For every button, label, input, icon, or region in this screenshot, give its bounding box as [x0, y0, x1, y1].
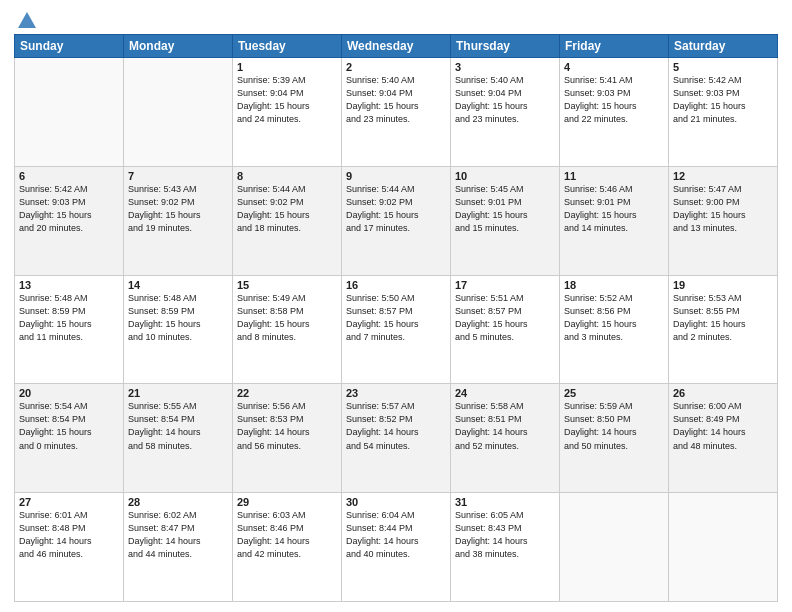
calendar-cell: 15Sunrise: 5:49 AM Sunset: 8:58 PM Dayli…	[233, 275, 342, 384]
day-number: 22	[237, 387, 337, 399]
day-info: Sunrise: 6:01 AM Sunset: 8:48 PM Dayligh…	[19, 509, 119, 561]
calendar-cell	[124, 58, 233, 167]
day-number: 10	[455, 170, 555, 182]
day-info: Sunrise: 5:58 AM Sunset: 8:51 PM Dayligh…	[455, 400, 555, 452]
day-info: Sunrise: 5:40 AM Sunset: 9:04 PM Dayligh…	[455, 74, 555, 126]
day-info: Sunrise: 5:49 AM Sunset: 8:58 PM Dayligh…	[237, 292, 337, 344]
calendar-week-row: 13Sunrise: 5:48 AM Sunset: 8:59 PM Dayli…	[15, 275, 778, 384]
weekday-header: Tuesday	[233, 35, 342, 58]
calendar-body: 1Sunrise: 5:39 AM Sunset: 9:04 PM Daylig…	[15, 58, 778, 602]
day-number: 20	[19, 387, 119, 399]
day-number: 17	[455, 279, 555, 291]
calendar-cell: 3Sunrise: 5:40 AM Sunset: 9:04 PM Daylig…	[451, 58, 560, 167]
calendar-week-row: 27Sunrise: 6:01 AM Sunset: 8:48 PM Dayli…	[15, 493, 778, 602]
day-number: 4	[564, 61, 664, 73]
calendar-cell: 2Sunrise: 5:40 AM Sunset: 9:04 PM Daylig…	[342, 58, 451, 167]
calendar-week-row: 1Sunrise: 5:39 AM Sunset: 9:04 PM Daylig…	[15, 58, 778, 167]
day-info: Sunrise: 6:05 AM Sunset: 8:43 PM Dayligh…	[455, 509, 555, 561]
day-info: Sunrise: 5:44 AM Sunset: 9:02 PM Dayligh…	[346, 183, 446, 235]
day-number: 1	[237, 61, 337, 73]
day-number: 21	[128, 387, 228, 399]
calendar-cell: 14Sunrise: 5:48 AM Sunset: 8:59 PM Dayli…	[124, 275, 233, 384]
day-info: Sunrise: 6:03 AM Sunset: 8:46 PM Dayligh…	[237, 509, 337, 561]
day-info: Sunrise: 5:57 AM Sunset: 8:52 PM Dayligh…	[346, 400, 446, 452]
day-number: 12	[673, 170, 773, 182]
calendar-cell: 31Sunrise: 6:05 AM Sunset: 8:43 PM Dayli…	[451, 493, 560, 602]
day-number: 8	[237, 170, 337, 182]
day-number: 15	[237, 279, 337, 291]
weekday-header: Monday	[124, 35, 233, 58]
calendar-cell: 10Sunrise: 5:45 AM Sunset: 9:01 PM Dayli…	[451, 166, 560, 275]
calendar-cell: 11Sunrise: 5:46 AM Sunset: 9:01 PM Dayli…	[560, 166, 669, 275]
calendar-week-row: 20Sunrise: 5:54 AM Sunset: 8:54 PM Dayli…	[15, 384, 778, 493]
day-number: 30	[346, 496, 446, 508]
calendar-cell: 5Sunrise: 5:42 AM Sunset: 9:03 PM Daylig…	[669, 58, 778, 167]
calendar-cell: 21Sunrise: 5:55 AM Sunset: 8:54 PM Dayli…	[124, 384, 233, 493]
day-number: 18	[564, 279, 664, 291]
day-number: 13	[19, 279, 119, 291]
day-info: Sunrise: 5:54 AM Sunset: 8:54 PM Dayligh…	[19, 400, 119, 452]
day-number: 24	[455, 387, 555, 399]
day-info: Sunrise: 6:02 AM Sunset: 8:47 PM Dayligh…	[128, 509, 228, 561]
weekday-header: Saturday	[669, 35, 778, 58]
calendar-cell: 9Sunrise: 5:44 AM Sunset: 9:02 PM Daylig…	[342, 166, 451, 275]
day-number: 9	[346, 170, 446, 182]
calendar-cell: 25Sunrise: 5:59 AM Sunset: 8:50 PM Dayli…	[560, 384, 669, 493]
day-number: 26	[673, 387, 773, 399]
calendar-cell	[669, 493, 778, 602]
day-number: 27	[19, 496, 119, 508]
calendar-cell: 24Sunrise: 5:58 AM Sunset: 8:51 PM Dayli…	[451, 384, 560, 493]
day-number: 7	[128, 170, 228, 182]
day-info: Sunrise: 5:48 AM Sunset: 8:59 PM Dayligh…	[19, 292, 119, 344]
calendar-cell: 8Sunrise: 5:44 AM Sunset: 9:02 PM Daylig…	[233, 166, 342, 275]
day-number: 25	[564, 387, 664, 399]
day-info: Sunrise: 5:46 AM Sunset: 9:01 PM Dayligh…	[564, 183, 664, 235]
day-info: Sunrise: 5:42 AM Sunset: 9:03 PM Dayligh…	[673, 74, 773, 126]
logo-icon	[16, 10, 38, 32]
calendar-cell: 23Sunrise: 5:57 AM Sunset: 8:52 PM Dayli…	[342, 384, 451, 493]
day-info: Sunrise: 5:52 AM Sunset: 8:56 PM Dayligh…	[564, 292, 664, 344]
day-info: Sunrise: 5:56 AM Sunset: 8:53 PM Dayligh…	[237, 400, 337, 452]
calendar-cell: 19Sunrise: 5:53 AM Sunset: 8:55 PM Dayli…	[669, 275, 778, 384]
svg-marker-0	[18, 12, 36, 28]
calendar-cell: 4Sunrise: 5:41 AM Sunset: 9:03 PM Daylig…	[560, 58, 669, 167]
calendar-week-row: 6Sunrise: 5:42 AM Sunset: 9:03 PM Daylig…	[15, 166, 778, 275]
day-number: 3	[455, 61, 555, 73]
calendar-cell: 20Sunrise: 5:54 AM Sunset: 8:54 PM Dayli…	[15, 384, 124, 493]
calendar-cell: 6Sunrise: 5:42 AM Sunset: 9:03 PM Daylig…	[15, 166, 124, 275]
calendar: SundayMondayTuesdayWednesdayThursdayFrid…	[14, 34, 778, 602]
calendar-cell: 28Sunrise: 6:02 AM Sunset: 8:47 PM Dayli…	[124, 493, 233, 602]
calendar-cell: 1Sunrise: 5:39 AM Sunset: 9:04 PM Daylig…	[233, 58, 342, 167]
day-info: Sunrise: 5:51 AM Sunset: 8:57 PM Dayligh…	[455, 292, 555, 344]
day-info: Sunrise: 6:04 AM Sunset: 8:44 PM Dayligh…	[346, 509, 446, 561]
calendar-cell: 12Sunrise: 5:47 AM Sunset: 9:00 PM Dayli…	[669, 166, 778, 275]
day-info: Sunrise: 5:48 AM Sunset: 8:59 PM Dayligh…	[128, 292, 228, 344]
day-info: Sunrise: 5:47 AM Sunset: 9:00 PM Dayligh…	[673, 183, 773, 235]
day-number: 2	[346, 61, 446, 73]
day-number: 5	[673, 61, 773, 73]
calendar-cell	[15, 58, 124, 167]
weekday-header: Wednesday	[342, 35, 451, 58]
weekday-header: Sunday	[15, 35, 124, 58]
day-info: Sunrise: 5:43 AM Sunset: 9:02 PM Dayligh…	[128, 183, 228, 235]
day-info: Sunrise: 5:59 AM Sunset: 8:50 PM Dayligh…	[564, 400, 664, 452]
day-number: 11	[564, 170, 664, 182]
day-info: Sunrise: 5:45 AM Sunset: 9:01 PM Dayligh…	[455, 183, 555, 235]
calendar-cell	[560, 493, 669, 602]
day-number: 19	[673, 279, 773, 291]
day-info: Sunrise: 5:53 AM Sunset: 8:55 PM Dayligh…	[673, 292, 773, 344]
calendar-cell: 13Sunrise: 5:48 AM Sunset: 8:59 PM Dayli…	[15, 275, 124, 384]
calendar-cell: 22Sunrise: 5:56 AM Sunset: 8:53 PM Dayli…	[233, 384, 342, 493]
page: SundayMondayTuesdayWednesdayThursdayFrid…	[0, 0, 792, 612]
calendar-cell: 27Sunrise: 6:01 AM Sunset: 8:48 PM Dayli…	[15, 493, 124, 602]
weekday-header: Friday	[560, 35, 669, 58]
day-info: Sunrise: 5:44 AM Sunset: 9:02 PM Dayligh…	[237, 183, 337, 235]
calendar-cell: 30Sunrise: 6:04 AM Sunset: 8:44 PM Dayli…	[342, 493, 451, 602]
header	[14, 10, 778, 28]
day-number: 28	[128, 496, 228, 508]
day-info: Sunrise: 5:39 AM Sunset: 9:04 PM Dayligh…	[237, 74, 337, 126]
day-info: Sunrise: 5:55 AM Sunset: 8:54 PM Dayligh…	[128, 400, 228, 452]
logo	[14, 10, 38, 28]
weekday-header: Thursday	[451, 35, 560, 58]
day-info: Sunrise: 5:40 AM Sunset: 9:04 PM Dayligh…	[346, 74, 446, 126]
